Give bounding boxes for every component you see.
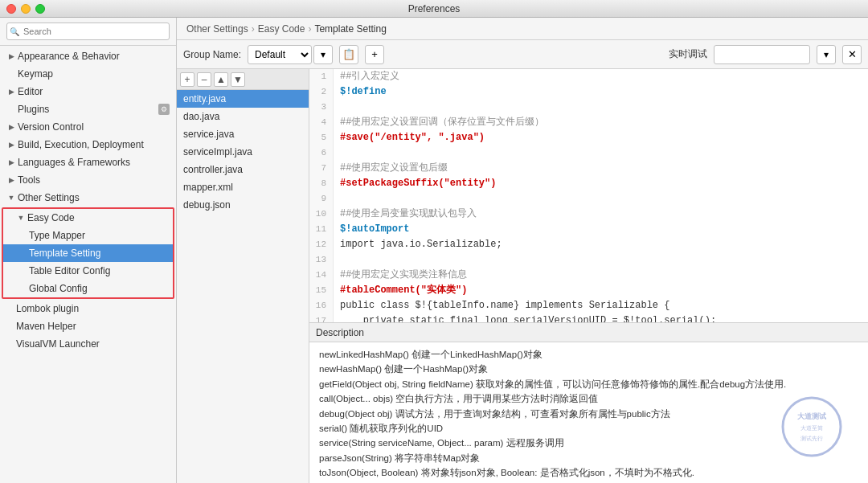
file-item-controller[interactable]: controller.java [177, 161, 309, 178]
breadcrumb-part-3: Template Setting [314, 23, 386, 35]
group-name-label: Group Name: [183, 49, 241, 60]
chevron-down-icon: ▾ [824, 49, 829, 60]
minimize-button[interactable] [21, 4, 31, 14]
line-content: private static final long serialVersionU… [334, 313, 868, 322]
sidebar-item-editor[interactable]: ▶ Editor [0, 83, 176, 100]
sidebar-item-label: Version Control [18, 121, 84, 133]
line-number: 2 [309, 84, 334, 100]
sidebar-item-version-control[interactable]: ▶ Version Control [0, 118, 176, 136]
group-select-wrap: Default ▾ [248, 45, 333, 64]
chevron-down-icon: ▾ [321, 49, 326, 60]
traffic-lights[interactable] [6, 4, 45, 14]
sidebar-item-appearance[interactable]: ▶ Appearance & Behavior [0, 47, 176, 65]
sidebar-item-tools[interactable]: ▶ Tools [0, 171, 176, 189]
sidebar-item-table-editor-config[interactable]: Table Editor Config [3, 262, 173, 280]
add-icon: + [371, 48, 378, 60]
line-content: ##使用宏定义设置回调（保存位置与文件后缀） [334, 115, 868, 130]
line-content: public class $!{tableInfo.name} implemen… [334, 298, 868, 313]
sidebar-item-label: Template Setting [29, 248, 100, 259]
sidebar-item-label: Easy Code [27, 212, 75, 223]
sidebar-item-label: Global Config [29, 283, 88, 294]
desc-line: call(Object... objs) 空白执行方法，用于调用某些方法时消除返… [319, 391, 858, 406]
copy-icon: 📋 [342, 48, 355, 60]
sidebar-item-label: Keymap [18, 68, 53, 80]
window-title: Preferences [408, 3, 461, 14]
sidebar-item-template-setting[interactable]: Template Setting [3, 244, 173, 262]
sidebar-item-label: Plugins [18, 104, 49, 115]
sidebar-section: ▶ Appearance & Behavior Keymap ▶ Editor … [0, 46, 176, 354]
code-line: 5 #save("/entity", ".java") [309, 130, 868, 145]
code-editor[interactable]: 1 ##引入宏定义 2 $!define 3 4 [309, 69, 868, 322]
code-line: 16 public class $!{tableInfo.name} imple… [309, 298, 868, 313]
line-content: ##引入宏定义 [334, 69, 868, 84]
sidebar-item-languages[interactable]: ▶ Languages & Frameworks [0, 153, 176, 171]
plugin-badge: ⚙ [158, 104, 170, 115]
code-line: 7 ##使用宏定义设置包后缀 [309, 161, 868, 176]
sidebar-item-plugins[interactable]: Plugins ⚙ [0, 100, 176, 118]
desc-line: $time [319, 481, 858, 483]
file-item-mapper-xml[interactable]: mapper.xml [177, 178, 309, 196]
easy-code-group: ▼ Easy Code Type Mapper Template Setting… [2, 207, 174, 299]
search-input[interactable] [6, 23, 170, 40]
line-content: $!autoImport [334, 222, 868, 237]
sidebar-item-keymap[interactable]: Keymap [0, 65, 176, 83]
desc-line: service(String serviceName, Object... pa… [319, 436, 858, 450]
search-wrap [6, 23, 170, 40]
toolbar: Group Name: Default ▾ 📋 + 实时调试 ▾ [177, 40, 868, 69]
file-add-btn[interactable]: + [180, 72, 194, 87]
breadcrumb-part-1: Other Settings [186, 23, 248, 35]
sidebar-item-label: Maven Helper [16, 321, 76, 332]
sidebar-item-label: Other Settings [18, 192, 80, 203]
line-number: 4 [309, 115, 334, 130]
add-button[interactable]: + [365, 45, 384, 64]
realtime-debug-input[interactable] [714, 45, 810, 64]
sidebar-item-visualvm[interactable]: VisualVM Launcher [0, 335, 176, 353]
line-content: #save("/entity", ".java") [334, 130, 868, 145]
arrow-icon: ▶ [6, 51, 16, 61]
line-number: 9 [309, 191, 334, 207]
file-remove-btn[interactable]: – [197, 72, 211, 87]
line-number: 11 [309, 222, 334, 237]
breadcrumb-part-2: Easy Code [258, 23, 305, 35]
file-move-up-btn[interactable]: ▲ [214, 72, 228, 87]
sidebar-item-build[interactable]: ▶ Build, Execution, Deployment [0, 136, 176, 153]
copy-button[interactable]: 📋 [339, 45, 358, 64]
line-content [334, 252, 868, 268]
sidebar-item-label: Table Editor Config [29, 265, 110, 276]
sidebar-item-lombok[interactable]: Lombok plugin [0, 300, 176, 317]
sidebar-item-other-settings[interactable]: ▼ Other Settings [0, 189, 176, 207]
desc-line: debug(Object obj) 调试方法，用于查询对象结构，可查看对象所有属… [319, 407, 858, 421]
maximize-button[interactable] [35, 4, 45, 14]
sidebar-item-label: VisualVM Launcher [16, 338, 100, 350]
desc-line: serial() 随机获取序列化的UID [319, 421, 858, 436]
arrow-icon: ▼ [16, 213, 26, 223]
sidebar-item-easy-code[interactable]: ▼ Easy Code [3, 209, 173, 227]
breadcrumb: Other Settings › Easy Code › Template Se… [177, 18, 868, 40]
file-item-dao[interactable]: dao.java [177, 108, 309, 125]
code-line: 4 ##使用宏定义设置回调（保存位置与文件后缀） [309, 115, 868, 130]
line-content: ##使用宏定义设置包后缀 [334, 161, 868, 176]
line-content: ##使用宏定义实现类注释信息 [334, 268, 868, 283]
file-item-serviceimpl[interactable]: serviceImpl.java [177, 143, 309, 161]
group-name-select[interactable]: Default [248, 45, 312, 64]
line-number: 5 [309, 130, 334, 145]
group-dropdown-btn[interactable]: ▾ [313, 45, 333, 64]
file-item-service[interactable]: service.java [177, 125, 309, 143]
line-number: 3 [309, 100, 334, 115]
sidebar-item-global-config[interactable]: Global Config [3, 280, 173, 297]
file-item-entity[interactable]: entity.java [177, 90, 309, 108]
sidebar-item-maven-helper[interactable]: Maven Helper [0, 317, 176, 335]
arrow-icon: ▶ [6, 87, 16, 96]
file-list: + – ▲ ▼ entity.java dao.java service.jav… [177, 69, 309, 483]
realtime-close-btn[interactable]: ✕ [842, 45, 862, 64]
line-content [334, 145, 868, 161]
file-list-toolbar: + – ▲ ▼ [177, 69, 309, 90]
file-item-debug-json[interactable]: debug.json [177, 196, 309, 214]
file-move-down-btn[interactable]: ▼ [231, 72, 245, 87]
line-content [334, 100, 868, 115]
realtime-debug-dropdown[interactable]: ▾ [817, 45, 836, 64]
close-button[interactable] [6, 4, 16, 14]
sidebar-item-type-mapper[interactable]: Type Mapper [3, 227, 173, 244]
desc-line: parseJson(String) 将字符串转Map对象 [319, 451, 858, 465]
line-content [334, 191, 868, 207]
